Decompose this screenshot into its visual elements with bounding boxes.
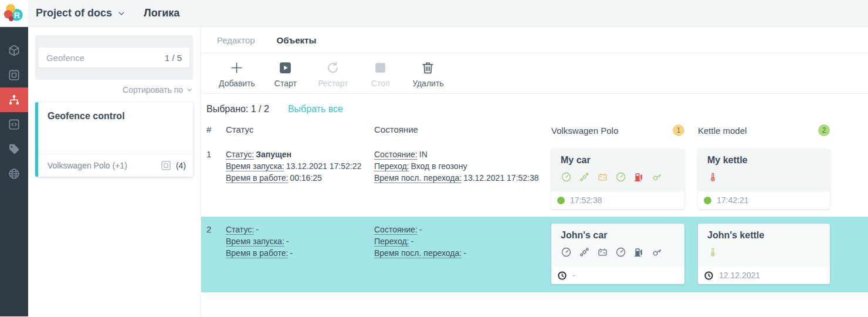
gauge-icon: [615, 247, 626, 258]
delete-button-label: Удалить: [412, 79, 443, 88]
nav-item-objects[interactable]: [0, 38, 28, 63]
status-cell: Статус:- Время запуска:- Время в работе:…: [226, 224, 374, 259]
device-card-my-car[interactable]: My car 17:52:38: [551, 149, 684, 209]
stop-icon: [373, 60, 388, 75]
logic-card-title: Geofence control: [38, 102, 193, 154]
sort-label: Сортировать по: [123, 85, 183, 95]
tab-objects[interactable]: Объекты: [277, 35, 317, 45]
restart-button-label: Рестарт: [318, 79, 348, 88]
search-counter: 1 / 5: [165, 53, 182, 63]
app-logo[interactable]: [0, 0, 28, 26]
main-content: Редактор Объекты Добавить Старт Рестарт …: [201, 27, 868, 316]
clock-icon: [704, 271, 714, 281]
play-icon: [278, 60, 293, 75]
device-card-my-kettle[interactable]: My kettle 17:42:21: [698, 149, 830, 209]
start-button-label: Старт: [274, 79, 297, 88]
device-title: John's kettle: [707, 230, 820, 241]
frame-icon: [160, 160, 172, 171]
page-title: Логика: [144, 7, 179, 19]
nav-item-logic[interactable]: [0, 87, 28, 112]
project-switcher[interactable]: Project of docs: [36, 7, 126, 19]
stop-button[interactable]: Стоп: [364, 60, 398, 88]
delete-button[interactable]: Удалить: [411, 60, 445, 88]
online-dot: [557, 197, 565, 204]
key-icon: [652, 247, 663, 258]
restart-button[interactable]: Рестарт: [316, 60, 350, 88]
nav-item-models[interactable]: [0, 63, 28, 87]
count-badge: 2: [818, 124, 830, 136]
project-name: Project of docs: [36, 7, 112, 19]
select-all-link[interactable]: Выбрать все: [288, 104, 343, 114]
nav-sidebar: [0, 27, 28, 316]
header-state: Состояние: [374, 124, 551, 134]
search-panel: Geofence 1 / 5: [35, 35, 193, 80]
battery-icon: [597, 247, 608, 258]
row-index: 1: [206, 149, 226, 159]
header-status: Статус: [226, 124, 374, 134]
device-title: My car: [561, 155, 675, 166]
frame-icon: [8, 69, 21, 82]
table-row[interactable]: 1 Статус:Запущен Время запуска:13.12.202…: [201, 141, 868, 217]
device-card-johns-car[interactable]: John's car -: [551, 224, 684, 284]
selected-count: Выбрано: 1 / 2: [206, 104, 269, 114]
status-cell: Статус:Запущен Время запуска:13.12.2021 …: [226, 149, 374, 184]
gauge-icon: [615, 171, 626, 183]
tab-bar: Редактор Объекты: [201, 27, 868, 53]
selection-bar: Выбрано: 1 / 2 Выбрать все: [201, 94, 868, 120]
fuel-pump-icon: [633, 247, 645, 258]
battery-icon: [597, 171, 608, 183]
device-last-time: 17:42:21: [717, 195, 749, 205]
satellite-icon: [579, 171, 590, 183]
device-card-johns-kettle[interactable]: John's kettle 12.12.2021: [698, 224, 830, 284]
logic-list-panel: Geofence 1 / 5 Сортировать по Geofence c…: [28, 27, 201, 316]
add-button-label: Добавить: [219, 79, 255, 88]
nav-item-tags[interactable]: [0, 137, 28, 161]
device-telemetry-icons: [707, 246, 820, 258]
thermometer-icon: [707, 171, 718, 183]
speedometer-icon: [561, 247, 572, 258]
device-title: My kettle: [707, 155, 820, 166]
tab-editor[interactable]: Редактор: [217, 35, 255, 45]
device-last-time: -: [572, 271, 575, 280]
logic-card-objects: Volkswagen Polo (+1): [48, 161, 160, 170]
logic-card-footer: Volkswagen Polo (+1) (4): [38, 154, 193, 177]
chevron-down-icon: [186, 86, 193, 93]
device-last-time: 12.12.2021: [719, 271, 760, 280]
header-index: #: [206, 124, 226, 134]
header-device-volkswagen-polo: Volkswagen Polo 1: [551, 124, 684, 136]
chevron-down-icon: [117, 9, 126, 18]
table-header: # Статус Состояние Volkswagen Polo 1 Ket…: [201, 120, 868, 141]
sort-dropdown[interactable]: Сортировать по: [35, 85, 193, 95]
row-index: 2: [206, 224, 226, 234]
device-telemetry-icons: [561, 171, 675, 183]
start-button[interactable]: Старт: [269, 60, 303, 88]
plus-icon: [229, 60, 244, 75]
search-value: Geofence: [46, 53, 84, 63]
device-telemetry-icons: [707, 171, 820, 183]
trash-icon: [421, 60, 435, 75]
key-icon: [652, 171, 663, 183]
add-button[interactable]: Добавить: [219, 60, 255, 88]
online-dot: [704, 197, 711, 204]
thermometer-icon: [707, 247, 718, 258]
nav-item-network[interactable]: [0, 161, 28, 186]
device-telemetry-icons: [561, 246, 675, 258]
nav-item-handlers[interactable]: [0, 112, 28, 137]
logic-card-geofence-control[interactable]: Geofence control Volkswagen Polo (+1) (4…: [35, 102, 193, 177]
tag-icon: [8, 143, 21, 156]
clock-icon: [557, 271, 567, 281]
satellite-icon: [579, 247, 590, 258]
code-icon: [8, 118, 21, 131]
header-device-kettle-model: Kettle model 2: [698, 124, 830, 136]
topbar: Project of docs Логика: [0, 0, 868, 27]
state-cell: Состояние:- Переход:- Время посл. перехо…: [374, 224, 551, 259]
device-last-time: 17:52:38: [570, 195, 602, 205]
count-badge: 1: [673, 124, 684, 136]
speedometer-icon: [561, 171, 572, 183]
table-row-selected[interactable]: 2 Статус:- Время запуска:- Время в работ…: [201, 217, 868, 292]
search-input[interactable]: Geofence 1 / 5: [39, 48, 189, 68]
globe-icon: [8, 167, 21, 180]
restart-icon: [326, 60, 340, 75]
device-title: John's car: [561, 230, 675, 241]
cube-icon: [8, 44, 21, 57]
